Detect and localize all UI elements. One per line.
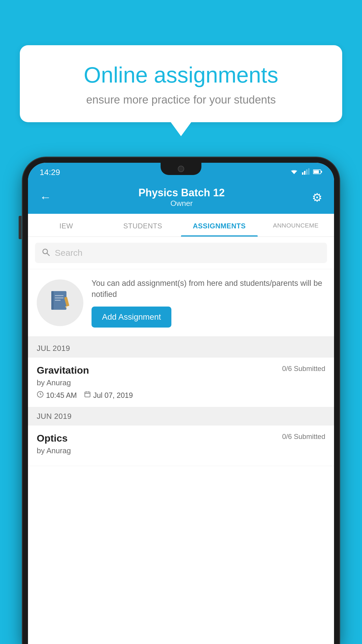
phone-device: 14:29 [23,158,339,644]
svg-rect-12 [51,291,54,310]
settings-icon[interactable]: ⚙ [312,191,322,204]
clock-icon [37,391,44,400]
speech-bubble-container: Online assignments ensure more practice … [20,45,342,122]
bubble-subtitle: ensure more practice for your students [40,94,322,106]
add-assignment-button[interactable]: Add Assignment [92,307,171,328]
svg-line-10 [47,253,50,256]
assignment-author-optics: by Anurag [37,446,325,455]
back-button[interactable]: ← [40,191,51,204]
assignment-meta: 10:45 AM Jul 07, 2019 [37,391,325,400]
promo-description: You can add assignment(s) from here and … [92,278,325,300]
month-header-jul: JUL 2019 [28,339,334,358]
svg-point-9 [43,249,48,254]
tab-iew[interactable]: IEW [28,214,105,237]
promo-content: You can add assignment(s) from here and … [92,278,325,328]
svg-rect-3 [304,171,305,175]
assignment-submitted: 0/6 Submitted [282,365,325,373]
notebook-icon [48,289,72,317]
phone-outer: 14:29 [23,158,339,644]
front-camera [178,166,184,172]
tabs-container: IEW STUDENTS ASSIGNMENTS ANNOUNCEME [28,214,334,237]
assignment-header-optics: Optics 0/6 Submitted [37,433,325,444]
assignment-header: Gravitation 0/6 Submitted [37,365,325,376]
search-icon [42,248,50,258]
month-header-jun: JUN 2019 [28,407,334,426]
wifi-icon [290,168,298,176]
header-subtitle: Owner [138,199,225,208]
assignment-title-optics: Optics [37,433,68,444]
bubble-title: Online assignments [40,63,322,87]
signal-icon [302,168,310,176]
header-title: Physics Batch 12 [138,187,225,199]
assignment-submitted-optics: 0/6 Submitted [282,433,325,441]
phone-screen: 14:29 [28,163,334,644]
svg-rect-8 [314,170,319,173]
phone-notch [161,163,201,175]
svg-rect-7 [321,171,322,173]
search-container: Search [28,237,334,269]
speech-bubble: Online assignments ensure more practice … [20,45,342,122]
assignment-item-gravitation[interactable]: Gravitation 0/6 Submitted by Anurag 10:4… [28,358,334,407]
app-header: ← Physics Batch 12 Owner ⚙ [28,181,334,214]
assignment-item-optics[interactable]: Optics 0/6 Submitted by Anurag [28,426,334,466]
svg-rect-4 [306,169,307,175]
svg-rect-13 [55,295,64,296]
svg-rect-15 [55,300,61,301]
calendar-icon [84,391,91,400]
search-bar[interactable]: Search [35,243,327,263]
tab-students[interactable]: STUDENTS [105,214,181,237]
svg-rect-2 [302,172,303,175]
assignment-title: Gravitation [37,365,89,376]
tab-assignments[interactable]: ASSIGNMENTS [181,214,258,237]
assignment-author: by Anurag [37,378,325,387]
status-icons [290,168,322,176]
search-input[interactable]: Search [55,248,82,258]
promo-icon-circle [37,279,83,326]
promo-section: You can add assignment(s) from here and … [28,269,334,339]
status-time: 14:29 [40,168,60,177]
tab-announcements[interactable]: ANNOUNCEME [258,214,334,237]
assignment-date: Jul 07, 2019 [84,391,133,400]
header-center: Physics Batch 12 Owner [138,187,225,208]
svg-rect-5 [308,168,310,175]
date-value: Jul 07, 2019 [93,391,133,400]
battery-icon [313,169,322,176]
time-value: 10:45 AM [46,391,77,400]
assignment-time: 10:45 AM [37,391,77,400]
svg-rect-19 [85,392,90,397]
svg-rect-14 [55,298,64,298]
